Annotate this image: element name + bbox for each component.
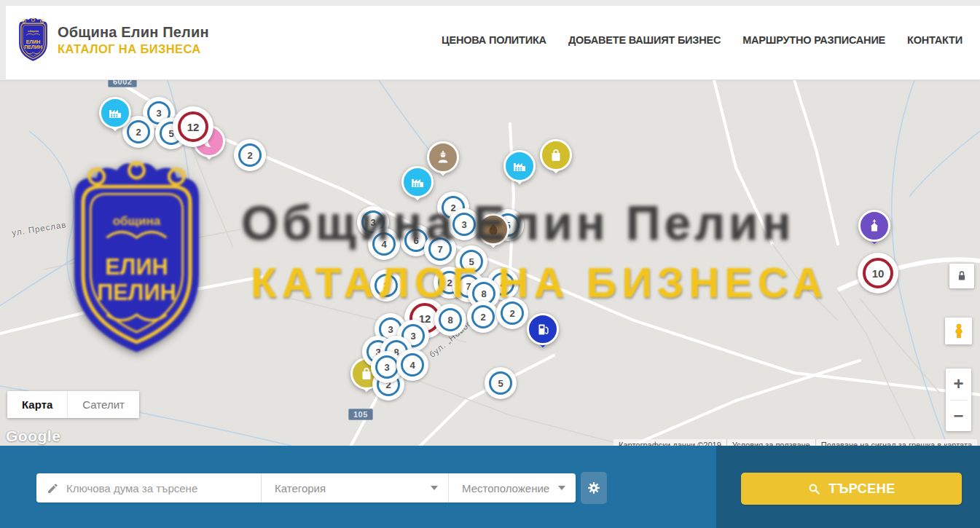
cluster-marker[interactable]: 2 xyxy=(467,301,499,333)
factory-icon xyxy=(106,104,124,122)
street-label: ул. Преслав xyxy=(12,220,68,237)
keyword-search-input[interactable] xyxy=(66,482,261,494)
attribution-terms-link[interactable]: Условия за ползване xyxy=(726,439,815,446)
cluster-marker[interactable]: 3 xyxy=(448,208,480,240)
cluster-marker[interactable]: 8 xyxy=(434,304,466,336)
google-logo[interactable]: Google xyxy=(6,427,60,445)
church-icon xyxy=(866,217,883,235)
gear-icon xyxy=(586,480,602,496)
map-type-map-button[interactable]: Карта xyxy=(7,391,67,418)
worker-icon xyxy=(434,149,452,166)
cluster-marker[interactable]: 2 xyxy=(370,269,402,302)
factory-icon xyxy=(511,157,528,175)
cluster-count: 12 xyxy=(178,111,208,142)
road-badge: 6002 xyxy=(108,80,137,87)
fuel-icon xyxy=(534,320,552,338)
advanced-search-button[interactable] xyxy=(581,472,607,504)
search-panel: Категория Местоположение ТЪРСЕНЕ xyxy=(0,446,980,528)
flame-pin-marker[interactable] xyxy=(477,213,509,253)
cluster-marker[interactable]: 7 xyxy=(424,233,456,265)
street-view-pegman-button[interactable] xyxy=(945,318,972,344)
site-title: Община Елин Пелин xyxy=(58,24,209,41)
cluster-marker[interactable]: 10 xyxy=(858,253,898,293)
zoom-out-button[interactable]: − xyxy=(946,401,971,432)
nav-contacts[interactable]: КОНТАКТИ xyxy=(907,34,963,46)
category-dropdown-label: Категория xyxy=(275,482,326,494)
cluster-count: 7 xyxy=(428,237,452,261)
church-pin-marker[interactable] xyxy=(858,210,890,249)
site-logo[interactable]: Община Елин Пелин КАТАЛОГ НА БИЗНЕСА xyxy=(16,17,209,63)
cluster-marker[interactable]: 4 xyxy=(368,228,400,260)
zoom-control: + − xyxy=(946,369,971,431)
search-fields: Категория Местоположение xyxy=(36,473,576,503)
factory-pin-marker[interactable] xyxy=(99,97,131,136)
factory-pin-marker[interactable] xyxy=(401,166,434,205)
pencil-icon xyxy=(47,482,59,494)
cluster-marker[interactable]: 2 xyxy=(234,139,266,171)
keyword-field-wrap xyxy=(36,473,261,503)
window-frame-top xyxy=(0,0,980,6)
map-canvas[interactable]: 3251223235647522748128223338234510600210… xyxy=(0,80,980,446)
cluster-count: 5 xyxy=(489,371,512,395)
category-dropdown[interactable]: Категория xyxy=(261,473,448,503)
search-button-label: ТЪРСЕНЕ xyxy=(828,481,895,497)
bag-pin-marker[interactable] xyxy=(540,139,572,178)
lock-icon xyxy=(954,268,970,284)
road-badge: 105 xyxy=(348,409,373,420)
cluster-count: 5 xyxy=(460,250,483,273)
municipality-crest-icon xyxy=(16,17,50,63)
factory-icon xyxy=(409,173,426,191)
cluster-count: 10 xyxy=(863,258,893,288)
nav-pricing-policy[interactable]: ЦЕНОВА ПОЛИТИКА xyxy=(442,34,546,46)
cluster-count: 4 xyxy=(372,232,396,256)
chevron-down-icon xyxy=(558,486,565,490)
nav-add-business[interactable]: ДОБАВЕТЕ ВАШИЯТ БИЗНЕС xyxy=(568,34,721,46)
cluster-count: 2 xyxy=(238,143,262,167)
cluster-marker[interactable]: 5 xyxy=(485,367,517,399)
nav-route-schedule[interactable]: МАРШРУТНО РАЗПИСАНИЕ xyxy=(742,34,885,46)
window-frame-left xyxy=(0,0,6,80)
cluster-marker[interactable]: 4 xyxy=(396,349,428,381)
map-type-control: Карта Сателит xyxy=(7,391,139,418)
marker-layer: 3251223235647522748128223338234510600210… xyxy=(0,80,980,446)
cluster-count: 3 xyxy=(375,355,399,379)
bag-icon xyxy=(547,146,565,164)
cluster-marker[interactable]: 2 xyxy=(496,297,528,329)
attribution-report-link[interactable]: Подаване на сигнал за грешка в картата xyxy=(815,439,977,446)
site-header: Община Елин Пелин КАТАЛОГ НА БИЗНЕСА ЦЕН… xyxy=(0,0,980,80)
cluster-marker[interactable]: 12 xyxy=(173,106,213,147)
search-icon xyxy=(807,482,821,496)
flame-icon xyxy=(485,221,502,238)
cluster-count: 2 xyxy=(501,302,524,325)
location-dropdown-label: Местоположение xyxy=(462,482,549,494)
cluster-count: 2 xyxy=(375,274,398,297)
cluster-count: 3 xyxy=(452,213,476,236)
map-type-satellite-button[interactable]: Сателит xyxy=(67,391,139,418)
chevron-down-icon xyxy=(431,486,438,490)
site-subtitle: КАТАЛОГ НА БИЗНЕСА xyxy=(58,42,209,56)
cluster-count: 4 xyxy=(401,353,424,377)
factory-pin-marker[interactable] xyxy=(503,150,536,189)
search-button[interactable]: ТЪРСЕНЕ xyxy=(741,473,962,505)
map-attribution: Картографски данни ©2019 Условия за полз… xyxy=(614,439,977,446)
zoom-in-button[interactable]: + xyxy=(946,369,971,400)
cluster-count: 2 xyxy=(471,305,495,328)
main-nav: ЦЕНОВА ПОЛИТИКА ДОБАВЕТЕ ВАШИЯТ БИЗНЕС М… xyxy=(442,0,963,80)
pegman-icon xyxy=(949,322,968,341)
attribution-copyright: Картографски данни ©2019 xyxy=(614,439,726,446)
location-dropdown[interactable]: Местоположение xyxy=(448,473,576,503)
lock-button[interactable] xyxy=(949,264,974,288)
fuel-pin-marker[interactable] xyxy=(527,313,559,352)
cluster-count: 8 xyxy=(439,308,462,331)
